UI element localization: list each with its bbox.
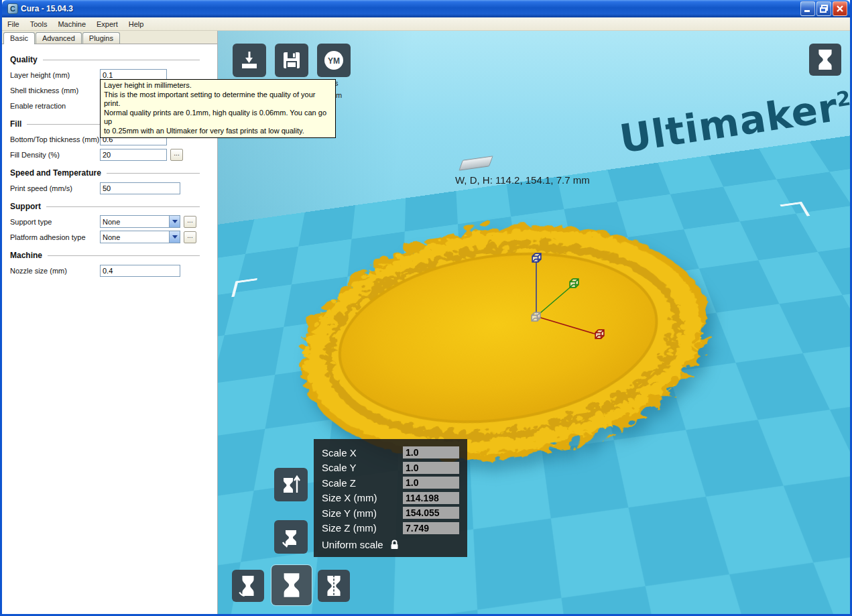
- youmagine-share-button[interactable]: YM: [317, 44, 351, 77]
- fill-density-input[interactable]: [100, 149, 167, 161]
- app-icon: C: [7, 3, 18, 14]
- enable-retraction-label: Enable retraction: [10, 102, 100, 110]
- restore-icon: [820, 5, 828, 13]
- plate-corner-mark: [231, 278, 257, 297]
- y-axis-handle[interactable]: [570, 279, 579, 288]
- tooltip-line: Layer height in millimeters.: [104, 81, 332, 90]
- rotate-icon: [239, 575, 257, 597]
- size-z-field[interactable]: 7.749: [403, 522, 459, 534]
- svg-text:YM: YM: [328, 56, 340, 66]
- view-mode-button[interactable]: [809, 44, 841, 76]
- close-button[interactable]: [833, 1, 847, 16]
- support-type-ellipsis-button[interactable]: ...: [184, 216, 196, 228]
- load-model-button[interactable]: [233, 44, 266, 77]
- scale-x-field[interactable]: 1.0: [403, 446, 459, 458]
- menu-help[interactable]: Help: [123, 17, 149, 30]
- tooltip-line: Normal quality prints are 0.1mm, high qu…: [104, 109, 332, 127]
- minimize-button[interactable]: [800, 1, 815, 16]
- size-z-label: Size Z (mm): [322, 522, 403, 534]
- restore-button[interactable]: [816, 1, 831, 16]
- scale-icon: [280, 572, 303, 598]
- support-type-value: None: [101, 218, 169, 226]
- scale-z-label: Scale Z: [322, 477, 403, 489]
- uniform-scale-lock-icon[interactable]: [390, 540, 399, 550]
- reset-scale-icon: [281, 526, 301, 548]
- z-axis-handle[interactable]: [532, 253, 541, 262]
- tooltip: Layer height in millimeters. This is the…: [100, 79, 336, 138]
- load-model-icon: [238, 49, 261, 72]
- section-quality: Quality: [10, 55, 200, 64]
- scale-to-max-button[interactable]: [274, 468, 308, 501]
- menu-tools[interactable]: Tools: [25, 17, 53, 30]
- menu-file[interactable]: File: [2, 17, 25, 30]
- youmagine-icon: YM: [322, 48, 346, 72]
- tab-advanced[interactable]: Advanced: [36, 32, 82, 44]
- tooltip-line: This is the most important setting to de…: [104, 90, 332, 109]
- reset-scale-button[interactable]: [274, 520, 308, 554]
- size-x-label: Size X (mm): [322, 492, 403, 503]
- support-type-label: Support type: [10, 218, 100, 226]
- uniform-scale-label: Uniform scale: [322, 539, 383, 550]
- view-mode-icon: [816, 49, 835, 70]
- chevron-down-icon[interactable]: [169, 231, 180, 243]
- print-speed-label: Print speed (mm/s): [10, 184, 100, 192]
- minimize-icon: [804, 5, 812, 13]
- section-speed-temperature: Speed and Temperature: [10, 168, 200, 178]
- setting-row: Fill Density (%) ...: [2, 147, 217, 162]
- platform-adhesion-ellipsis-button[interactable]: ...: [184, 231, 196, 243]
- close-icon: [836, 5, 844, 13]
- fill-density-ellipsis-button[interactable]: ...: [170, 149, 183, 161]
- setting-row: Platform adhesion type None ...: [2, 229, 217, 245]
- tab-basic[interactable]: Basic: [3, 32, 35, 44]
- nozzle-size-input[interactable]: [100, 265, 180, 277]
- setting-row: Print speed (mm/s): [2, 180, 217, 196]
- tabstrip: Basic Advanced Plugins: [2, 31, 217, 44]
- size-y-label: Size Y (mm): [322, 507, 403, 519]
- size-y-field[interactable]: 154.055: [403, 507, 459, 519]
- x-axis-handle[interactable]: [595, 330, 604, 338]
- platform-adhesion-value: None: [101, 233, 169, 241]
- platform-adhesion-label: Platform adhesion type: [10, 233, 100, 241]
- axis-gizmo[interactable]: [489, 241, 623, 355]
- scale-button[interactable]: [271, 565, 312, 605]
- menu-expert[interactable]: Expert: [91, 17, 123, 30]
- rotate-button[interactable]: [232, 570, 264, 602]
- titlebar[interactable]: C Cura - 15.04.3: [2, 0, 850, 17]
- platform-adhesion-select[interactable]: None: [100, 231, 180, 243]
- shell-thickness-label: Shell thickness (mm): [10, 86, 100, 95]
- scale-x-label: Scale X: [322, 447, 403, 458]
- scale-z-field[interactable]: 1.0: [403, 477, 459, 489]
- tab-plugins[interactable]: Plugins: [82, 32, 120, 44]
- plate-corner-mark: [780, 202, 810, 219]
- partial-text-line: m: [336, 91, 342, 99]
- bottom-top-thickness-label: Bottom/Top thickness (mm): [10, 135, 100, 143]
- setting-row: Nozzle size (mm): [2, 263, 217, 278]
- brand-sup: 2: [835, 86, 850, 111]
- size-x-field[interactable]: 114.198: [403, 492, 459, 504]
- fill-density-label: Fill Density (%): [10, 151, 100, 159]
- dimensions-readout: W, D, H: 114.2, 154.1, 7.7 mm: [455, 174, 590, 186]
- tooltip-line: to 0.25mm with an Ultimaker for very fas…: [104, 127, 332, 136]
- scale-y-field[interactable]: 1.0: [403, 462, 459, 474]
- scale-panel: Scale X1.0 Scale Y1.0 Scale Z1.0 Size X …: [314, 439, 467, 557]
- mirror-button[interactable]: [318, 570, 350, 602]
- app-window: C Cura - 15.04.3 File Tools Machine Expe…: [0, 0, 852, 616]
- scale-y-label: Scale Y: [322, 462, 403, 473]
- scale-to-max-icon: [281, 474, 301, 495]
- layer-height-label: Layer height (mm): [10, 71, 100, 79]
- nozzle-size-label: Nozzle size (mm): [10, 267, 100, 275]
- window-title: Cura - 15.04.3: [21, 4, 800, 13]
- support-type-select[interactable]: None: [100, 215, 180, 228]
- menubar: File Tools Machine Expert Help: [2, 17, 850, 31]
- section-support: Support: [10, 202, 200, 211]
- print-speed-input[interactable]: [100, 182, 180, 194]
- save-icon: [280, 49, 303, 72]
- mirror-icon: [324, 575, 343, 597]
- setting-row: Support type None ...: [2, 214, 217, 229]
- save-toolpath-button[interactable]: [275, 44, 308, 77]
- section-machine: Machine: [10, 251, 200, 260]
- menu-machine[interactable]: Machine: [52, 17, 91, 30]
- center-handle[interactable]: [532, 312, 540, 321]
- chevron-down-icon[interactable]: [169, 216, 180, 227]
